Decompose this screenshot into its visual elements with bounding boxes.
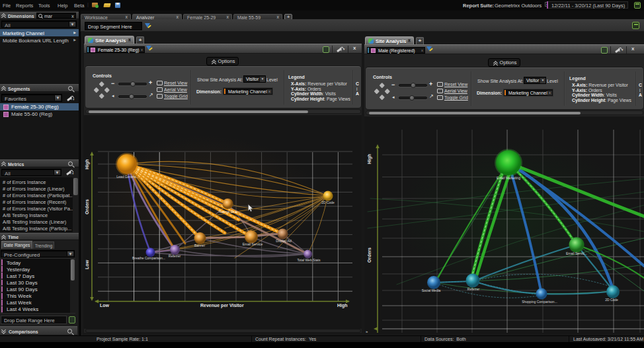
svg-text:High: High [85, 159, 90, 169]
svg-text:Revenue per Visitor: Revenue per Visitor [200, 303, 244, 308]
svg-text:Banner: Banner [194, 243, 205, 247]
svg-text:Referrer: Referrer [467, 287, 480, 291]
svg-text:Shopping Comparison...: Shopping Comparison... [522, 300, 557, 304]
svg-text:Orders: Orders [85, 199, 89, 214]
svg-text:High: High [337, 303, 348, 308]
svg-text:2D Code: 2D Code [605, 298, 618, 302]
svg-text:Breathe Comparison...: Breathe Comparison... [132, 256, 165, 260]
svg-text:Lead Genera...: Lead Genera... [116, 175, 138, 179]
svg-text:»: » [366, 329, 368, 333]
svg-text:Display Ad: Display Ad [276, 239, 292, 243]
svg-text:Orders: Orders [367, 247, 372, 263]
svg-text:Social Media: Social Media [422, 288, 441, 292]
svg-text:Referrer: Referrer [169, 254, 181, 258]
svg-text:2D Code: 2D Code [321, 200, 335, 204]
svg-text:Natural Sear...: Natural Sear... [219, 210, 240, 214]
svg-text:High: High [367, 153, 372, 164]
svg-text:Low: Low [85, 259, 89, 269]
svg-text:Low: Low [100, 303, 110, 308]
svg-text:Total Web Stats: Total Web Stats [298, 258, 321, 262]
svg-text:Email Service: Email Service [243, 242, 263, 246]
svg-text:Email Marketing: Email Marketing [497, 176, 520, 180]
svg-text:Email Servic...: Email Servic... [566, 251, 587, 255]
